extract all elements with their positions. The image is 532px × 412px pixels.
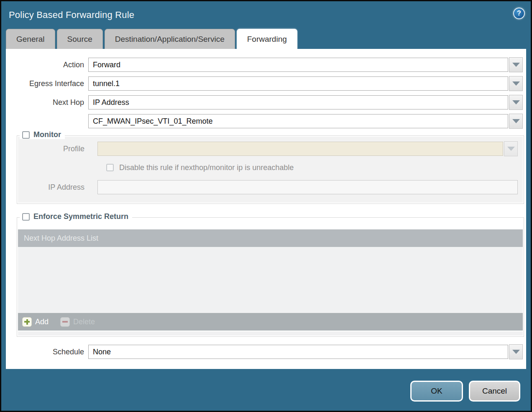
ok-button[interactable]: OK xyxy=(410,381,463,402)
table-bottom-strip xyxy=(18,331,523,336)
next-hop-address-list-table: Next Hop Address List Add Delete xyxy=(18,219,523,331)
next-hop-label: Next Hop xyxy=(6,98,88,107)
profile-dropdown-button xyxy=(504,141,518,156)
chevron-down-icon xyxy=(507,147,515,151)
next-hop-address-dropdown-button[interactable] xyxy=(509,114,523,129)
egress-interface-label: Egress Interface xyxy=(6,79,88,88)
monitor-ip-address-input xyxy=(97,180,518,194)
egress-interface-select[interactable]: tunnel.1 xyxy=(88,76,508,91)
action-select[interactable]: Forward xyxy=(88,58,508,72)
schedule-label: Schedule xyxy=(6,348,88,356)
enforce-symmetric-return-group: Enforce Symmetric Return Next Hop Addres… xyxy=(17,217,524,337)
chevron-down-icon xyxy=(512,81,520,86)
monitor-ip-address-row: IP Address xyxy=(18,180,518,195)
chevron-down-icon xyxy=(512,63,520,67)
add-button-label: Add xyxy=(35,318,49,326)
table-column-header: Next Hop Address List xyxy=(18,229,523,247)
schedule-dropdown-button[interactable] xyxy=(509,344,523,359)
dialog-actions: OK Cancel xyxy=(410,381,520,402)
delete-button-label: Delete xyxy=(73,318,95,326)
egress-interface-row: Egress Interface tunnel.1 xyxy=(6,76,523,91)
action-label: Action xyxy=(6,61,88,69)
cancel-button[interactable]: Cancel xyxy=(469,381,520,402)
tab-general[interactable]: General xyxy=(6,29,55,49)
next-hop-type-select[interactable]: IP Address xyxy=(88,95,508,109)
next-hop-address-row: CF_MWAN_IPsec_VTI_01_Remote xyxy=(6,114,523,129)
next-hop-address-select[interactable]: CF_MWAN_IPsec_VTI_01_Remote xyxy=(88,114,508,128)
add-button[interactable]: Add xyxy=(22,317,49,327)
title-bar: Policy Based Forwarding Rule ? xyxy=(1,1,531,29)
monitor-legend: Monitor xyxy=(20,130,65,139)
monitor-legend-label: Monitor xyxy=(33,130,61,139)
enforce-symmetric-return-legend-label: Enforce Symmetric Return xyxy=(33,212,128,221)
schedule-row: Schedule None xyxy=(6,344,523,359)
help-icon[interactable]: ? xyxy=(513,8,525,19)
minus-icon xyxy=(60,317,70,327)
tab-source[interactable]: Source xyxy=(57,29,103,49)
next-hop-row: Next Hop IP Address xyxy=(6,95,523,110)
pbf-rule-dialog: Policy Based Forwarding Rule ? General S… xyxy=(0,0,532,412)
egress-interface-dropdown-button[interactable] xyxy=(509,76,523,91)
delete-button: Delete xyxy=(60,317,95,327)
tab-destination-application-service[interactable]: Destination/Application/Service xyxy=(105,29,235,49)
profile-select xyxy=(97,142,503,156)
tab-bar: General Source Destination/Application/S… xyxy=(6,29,299,49)
monitor-checkbox[interactable] xyxy=(22,131,30,139)
plus-icon xyxy=(22,317,32,327)
table-toolbar: Add Delete xyxy=(18,313,523,331)
table-body-empty xyxy=(18,247,523,313)
monitor-panel: Profile Disable this rule if nexthop/mon… xyxy=(18,137,523,203)
schedule-select[interactable]: None xyxy=(88,345,508,359)
monitor-group: Monitor Profile Disable this rule if nex… xyxy=(17,135,524,204)
tab-content-forwarding: Action Forward Egress Interface tunnel.1… xyxy=(6,49,526,369)
chevron-down-icon xyxy=(512,350,520,354)
enforce-symmetric-return-legend: Enforce Symmetric Return xyxy=(20,212,132,221)
profile-label: Profile xyxy=(18,145,89,153)
action-dropdown-button[interactable] xyxy=(509,57,523,72)
chevron-down-icon xyxy=(512,100,520,104)
next-hop-type-dropdown-button[interactable] xyxy=(509,95,523,110)
disable-rule-label: Disable this rule if nexthop/monitor ip … xyxy=(119,163,294,172)
chevron-down-icon xyxy=(512,119,520,123)
profile-row: Profile xyxy=(18,141,518,156)
dialog-title: Policy Based Forwarding Rule xyxy=(9,10,134,20)
tab-forwarding[interactable]: Forwarding xyxy=(237,29,297,49)
monitor-ip-address-label: IP Address xyxy=(18,183,89,192)
enforce-symmetric-return-checkbox[interactable] xyxy=(22,213,30,221)
disable-rule-checkbox xyxy=(106,164,114,171)
disable-rule-row: Disable this rule if nexthop/monitor ip … xyxy=(106,162,518,173)
action-row: Action Forward xyxy=(6,57,523,72)
